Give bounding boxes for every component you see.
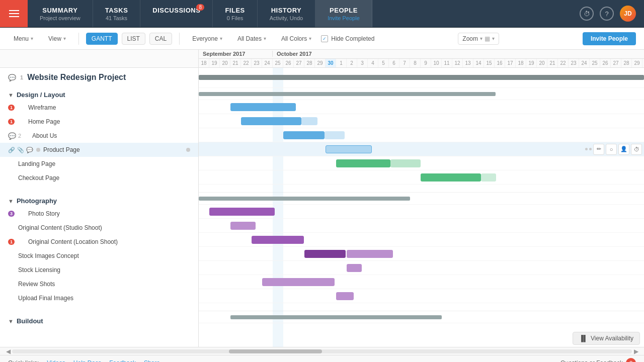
user-avatar[interactable]: JD <box>620 6 636 22</box>
month-oct-label: October 2017 <box>273 51 316 57</box>
scroll-left-arrow[interactable]: ◀ <box>4 347 12 355</box>
menu-chevron-icon: ▾ <box>31 36 33 41</box>
gantt-landingpage-row <box>199 156 644 170</box>
section-buildout[interactable]: ▼ Buildout <box>0 313 198 327</box>
zoom-control[interactable]: Zoom ▾ ▦ ▾ <box>458 33 499 45</box>
scroll-thumb[interactable] <box>229 349 322 353</box>
stockimages-bar-2 <box>347 250 393 258</box>
menu-button[interactable]: Menu ▾ <box>8 33 39 45</box>
row-actions: ✏ ○ 👤 ⏱ <box>585 144 642 155</box>
bar-chart-icon: ▐▌ <box>579 335 588 342</box>
all-colors-filter[interactable]: All Colors ▾ <box>276 33 317 45</box>
nav-people[interactable]: PEOPLE Invite People <box>315 0 372 27</box>
nav-files[interactable]: FILES 0 Files <box>213 0 257 27</box>
end-dot <box>186 148 190 152</box>
aboutus-bar <box>283 131 325 139</box>
view-button[interactable]: View ▾ <box>43 33 71 45</box>
stockimages-bar-1 <box>304 250 346 258</box>
nav-summary[interactable]: SUMMARY Project overview <box>28 0 93 27</box>
all-dates-filter[interactable]: All Dates ▾ <box>232 33 272 45</box>
aboutus-bar-2 <box>325 131 345 139</box>
aboutus-comment-icon: 💬 <box>8 132 16 140</box>
task-stock-images[interactable]: Stock Images Concept <box>0 249 198 263</box>
task-productpage-name: Product Page <box>43 146 186 153</box>
hamburger-button[interactable] <box>0 0 28 27</box>
checkoutpage-bar-2 <box>481 173 496 182</box>
reviewshots-bar <box>262 278 335 286</box>
task-location-shoot[interactable]: 1 Original Content (Location Shoot) <box>0 235 198 249</box>
gantt-locationshoot-row <box>199 233 644 247</box>
task-aboutus[interactable]: 💬 2 About Us <box>0 129 198 143</box>
task-checkoutpage[interactable]: Checkout Page <box>0 171 198 185</box>
homepage-comment-badge: 1 <box>8 119 15 125</box>
main-content: 💬 1 Website Redesign Project ▼ Design / … <box>0 50 644 347</box>
edit-action-btn[interactable]: ✏ <box>593 144 604 155</box>
section-photography[interactable]: ▼ Photography <box>0 193 198 207</box>
gantt-stocklicensing-row <box>199 261 644 275</box>
everyone-filter[interactable]: Everyone ▾ <box>187 33 228 45</box>
hide-completed-toggle[interactable]: ✓ Hide Completed <box>321 35 374 42</box>
location-comment-badge: 1 <box>8 239 15 245</box>
dot-1 <box>585 148 588 150</box>
footer-link-videos[interactable]: Videos <box>47 359 65 363</box>
footer-link-feedback[interactable]: Feedback <box>109 359 136 363</box>
task-studio-shoot[interactable]: Original Content (Studio Shoot) <box>0 221 198 235</box>
nav-history[interactable]: HISTORY Activity, Undo <box>258 0 315 27</box>
task-photostory[interactable]: 3 Photo Story <box>0 207 198 221</box>
hide-completed-checkbox[interactable]: ✓ <box>321 35 328 42</box>
task-checkoutpage-name: Checkout Page <box>18 174 190 182</box>
task-upload-images[interactable]: Upload Final Images <box>0 291 198 305</box>
help-icon[interactable]: ? <box>600 7 614 21</box>
scroll-track <box>12 349 632 353</box>
horizontal-scrollbar[interactable]: ◀ ▶ <box>0 347 644 355</box>
gantt-button[interactable]: GANTT <box>86 33 118 45</box>
gantt-uploadimages-row <box>199 289 644 303</box>
task-productpage[interactable]: 🔗 📎 💬 Product Page <box>0 143 198 157</box>
wireframe-comment-badge: 1 <box>8 105 15 111</box>
gantt-homepage-row <box>199 114 644 128</box>
nav-tasks[interactable]: TASKS 41 Tasks <box>93 0 141 27</box>
hamburger-icon <box>9 10 19 17</box>
section-design-layout[interactable]: ▼ Design / Layout <box>0 87 198 101</box>
locationshoot-bar <box>252 236 304 244</box>
everyone-chevron-icon: ▾ <box>220 36 222 41</box>
day-numbers-row: 1819202122232425262728293012345678910111… <box>199 59 644 67</box>
project-title: Website Redesign Project <box>27 73 126 82</box>
scroll-right-arrow[interactable]: ▶ <box>632 347 640 355</box>
task-aboutus-name: About Us <box>32 132 190 139</box>
footer-bar: Quick links: Videos Help Docs Feedback S… <box>0 355 644 362</box>
footer-link-share[interactable]: Share <box>144 359 160 363</box>
task-wireframe[interactable]: 1 Wireframe <box>0 101 198 115</box>
licensing-bar <box>347 264 362 272</box>
section-arrow-icon: ▼ <box>8 92 14 98</box>
section-arrow-photo-icon: ▼ <box>8 198 14 204</box>
cal-button[interactable]: CAL <box>149 33 172 45</box>
view-availability-button[interactable]: ▐▌ View Availability <box>573 332 640 345</box>
task-homepage[interactable]: 1 Home Page <box>0 115 198 129</box>
list-button[interactable]: LIST <box>122 33 145 45</box>
person-action-btn[interactable]: 👤 <box>618 144 629 155</box>
gantt-productpage-row: ✏ ○ 👤 ⏱ <box>199 142 644 156</box>
colors-chevron-icon: ▾ <box>309 36 311 41</box>
homepage-bar <box>241 117 301 125</box>
gantt-wireframe-row <box>199 100 644 114</box>
gantt-project-row <box>199 68 644 88</box>
separator-1 <box>78 33 79 45</box>
clock-icon[interactable]: ⏱ <box>580 7 594 21</box>
invite-people-button[interactable]: Invite People <box>583 32 636 45</box>
spacer-gantt-1 <box>199 185 644 193</box>
zoom-grid-icon: ▦ <box>485 35 490 42</box>
nav-items: SUMMARY Project overview TASKS 41 Tasks … <box>28 0 572 27</box>
project-comment-count: 1 <box>20 74 23 80</box>
help-bubble-icon[interactable]: ? <box>626 358 636 363</box>
footer-link-helpdocs[interactable]: Help Docs <box>73 359 101 363</box>
task-landingpage[interactable]: Landing Page <box>0 157 198 171</box>
spacer-2 <box>0 305 198 313</box>
wireframe-bar <box>230 103 296 111</box>
task-stock-licensing[interactable]: Stock Licensing <box>0 263 198 277</box>
task-review-shots[interactable]: Review Shots <box>0 277 198 291</box>
nav-discussions[interactable]: DISCUSSIONS 8 <box>140 0 213 27</box>
clock-action-btn[interactable]: ⏱ <box>631 144 642 155</box>
help-area: Questions or Feedback ? <box>560 358 636 363</box>
circle-action-btn[interactable]: ○ <box>606 144 617 155</box>
